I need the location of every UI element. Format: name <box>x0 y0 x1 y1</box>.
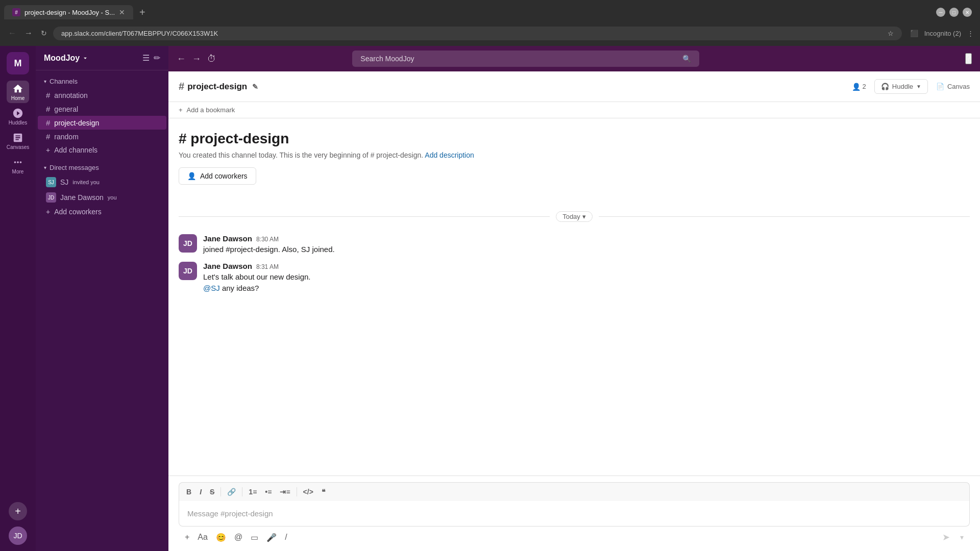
add-coworkers-plus-icon: + <box>46 208 50 216</box>
channel-title-button[interactable]: # project-design ✎ <box>179 81 258 92</box>
active-tab[interactable]: # project-design - MoodJoy - S... ✕ <box>4 5 133 19</box>
tab-close-button[interactable]: ✕ <box>119 8 125 16</box>
add-description-link[interactable]: Add description <box>425 151 474 159</box>
mention-button[interactable]: @ <box>232 531 244 544</box>
italic-icon: I <box>200 488 202 496</box>
messages-area: # project-design You created this channe… <box>168 118 980 475</box>
filter-button[interactable]: ☰ <box>142 53 150 63</box>
channel-item-annotation[interactable]: # annotation <box>38 88 166 102</box>
search-bar[interactable]: Search MoodJoy 🔍 <box>352 51 699 67</box>
msg-time-1: 8:30 AM <box>256 236 279 243</box>
huddle-button[interactable]: 🎧 Huddle ▼ <box>874 79 928 94</box>
add-channels-label: Add channels <box>54 146 97 154</box>
add-channel-plus-icon: + <box>46 146 50 154</box>
italic-button[interactable]: I <box>197 486 205 498</box>
channel-header: # project-design ✎ 👤 2 🎧 Huddle ▼ 📄 Canv… <box>168 71 980 102</box>
workspace-name-button[interactable]: MoodJoy <box>44 54 89 63</box>
canvas-button[interactable]: 📄 Canvas <box>936 83 970 90</box>
more-label: More <box>12 169 24 174</box>
sidebar-icon-huddles[interactable]: Huddles <box>7 105 29 128</box>
message-input-box[interactable]: Message #project-design <box>179 501 970 527</box>
code-button[interactable]: </> <box>300 486 316 498</box>
members-icon: 👤 <box>852 83 861 91</box>
record-button[interactable]: 🎤 <box>264 531 279 544</box>
close-button[interactable]: ✕ <box>963 8 972 17</box>
address-bar[interactable]: app.slack.com/client/T067MEBPPUY/C066X15… <box>53 27 902 40</box>
add-coworkers-person-icon: 👤 <box>187 172 196 180</box>
shortcut-button[interactable]: / <box>283 531 289 544</box>
member-count-button[interactable]: 👤 2 <box>852 83 866 91</box>
screen-share-button[interactable]: ▭ <box>249 531 260 544</box>
send-expand-button[interactable]: ▾ <box>958 531 966 543</box>
canvas-icon: 📄 <box>936 83 944 90</box>
sidebar-icon-canvases[interactable]: Canvases <box>7 130 29 152</box>
date-pill[interactable]: Today ▾ <box>556 211 593 222</box>
minimize-button[interactable]: ─ <box>936 8 945 17</box>
app: M Home Huddles Canvases More + JD MoodJo… <box>0 46 980 551</box>
strikethrough-button[interactable]: S <box>207 486 217 498</box>
user-avatar[interactable]: JD <box>9 527 27 545</box>
bullet-list-icon: •≡ <box>265 488 272 496</box>
indent-button[interactable]: ⇥≡ <box>277 486 293 498</box>
dm-item-sj[interactable]: SJ SJ invited you <box>38 174 166 190</box>
add-coworkers-main-button[interactable]: 👤 Add coworkers <box>179 167 256 185</box>
new-tab-button[interactable]: + <box>135 5 150 20</box>
bullet-list-button[interactable]: •≡ <box>262 486 275 498</box>
sidebar-icon-more[interactable]: More <box>7 154 29 177</box>
msg-mention[interactable]: @SJ <box>203 284 220 292</box>
bold-icon: B <box>186 488 191 496</box>
huddle-label: Huddle <box>892 83 913 90</box>
dm-section-header[interactable]: ▾ Direct messages <box>36 161 168 174</box>
channel-item-random[interactable]: # random <box>38 130 166 143</box>
maximize-button[interactable]: □ <box>949 8 959 17</box>
extensions-icon[interactable]: ⬛ <box>910 30 918 37</box>
channel-hash-icon: # <box>46 132 50 141</box>
channel-item-general[interactable]: # general <box>38 102 166 116</box>
dm-item-jane[interactable]: JD Jane Dawson you <box>38 190 166 205</box>
huddles-icon <box>12 108 23 119</box>
search-bar-wrapper: Search MoodJoy 🔍 <box>352 51 699 67</box>
sidebar-icon-home[interactable]: Home <box>7 81 29 103</box>
toolbar-sep-2 <box>242 487 242 496</box>
channel-hash-header: # <box>179 81 184 92</box>
workspace-name-text: MoodJoy <box>44 54 80 63</box>
history-button[interactable]: ⏱ <box>207 54 216 64</box>
workspace-avatar[interactable]: M <box>7 52 29 74</box>
block-quote-button[interactable]: ❝ <box>318 486 329 498</box>
channel-item-project-design[interactable]: # project-design <box>38 116 166 130</box>
add-coworkers-sidebar-button[interactable]: + Add coworkers <box>38 205 166 218</box>
emoji-button[interactable]: 😊 <box>214 531 228 544</box>
channel-name-random: random <box>54 133 78 141</box>
add-workspace-button[interactable]: + <box>9 502 27 520</box>
url-text: app.slack.com/client/T067MEBPPUY/C066X15… <box>61 30 884 37</box>
msg-line1: Let's talk about our new design. <box>203 272 311 281</box>
menu-icon[interactable]: ⋮ <box>967 30 974 37</box>
workspace-header: MoodJoy ☰ ✏ <box>36 46 168 70</box>
msg-header-2: Jane Dawson 8:31 AM <box>203 262 970 270</box>
msg-author-2: Jane Dawson <box>203 262 252 270</box>
link-button[interactable]: 🔗 <box>224 486 239 498</box>
dm-section-label: Direct messages <box>50 164 99 171</box>
incognito-label: Incognito (2) <box>924 30 961 37</box>
add-channels-button[interactable]: + Add channels <box>38 143 166 157</box>
help-button[interactable]: ? <box>965 53 972 64</box>
attach-button[interactable]: + <box>183 531 191 544</box>
search-icon: 🔍 <box>682 55 691 63</box>
huddles-label: Huddles <box>9 120 28 126</box>
bold-button[interactable]: B <box>183 486 194 498</box>
canvas-label: Canvas <box>947 83 970 90</box>
channels-section-header[interactable]: ▾ Channels <box>36 74 168 88</box>
compose-button[interactable]: ✏ <box>154 53 160 63</box>
msg-line2-suffix: any ideas? <box>222 284 259 292</box>
intro-desc-channel-name: # project-design. <box>371 151 424 159</box>
forward-nav-button[interactable]: → <box>192 54 201 64</box>
reload-button[interactable]: ↻ <box>39 27 49 39</box>
back-nav-button[interactable]: ← <box>177 54 186 64</box>
forward-button[interactable]: → <box>22 27 35 40</box>
bookmark-label: Add a bookmark <box>187 106 235 114</box>
ordered-list-button[interactable]: 1≡ <box>246 486 260 498</box>
bookmark-bar[interactable]: + Add a bookmark <box>168 102 980 118</box>
send-button[interactable]: ➤ <box>938 530 954 545</box>
font-button[interactable]: Aa <box>195 531 210 544</box>
back-button[interactable]: ← <box>6 27 18 40</box>
